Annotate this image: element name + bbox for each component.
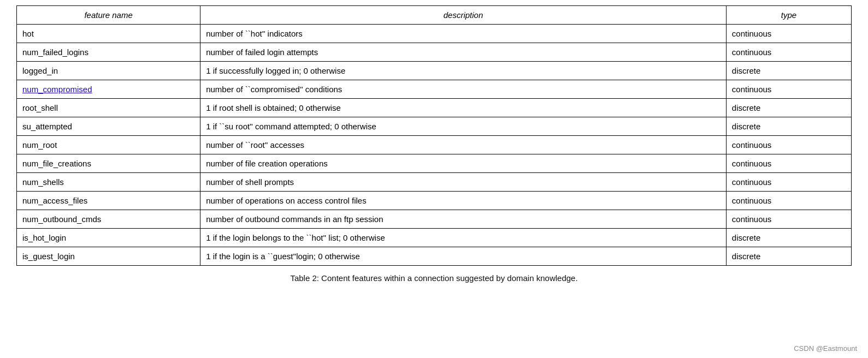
header-type: type <box>726 6 851 25</box>
cell-type: continuous <box>726 154 851 173</box>
cell-type: continuous <box>726 210 851 229</box>
table-row: root_shell1 if root shell is obtained; 0… <box>17 99 852 117</box>
table-row: num_file_creationsnumber of file creatio… <box>17 154 852 173</box>
table-row: su_attempted1 if ``su root'' command att… <box>17 117 852 136</box>
table-row: num_access_filesnumber of operations on … <box>17 192 852 210</box>
cell-type: discrete <box>726 229 851 247</box>
cell-feature-name: is_hot_login <box>17 229 200 247</box>
cell-description: number of ``compromised'' conditions <box>200 80 727 99</box>
cell-description: number of ``root'' accesses <box>200 136 727 154</box>
table-header-row: feature name description type <box>17 6 852 25</box>
cell-description: number of outbound commands in an ftp se… <box>200 210 727 229</box>
cell-type: continuous <box>726 136 851 154</box>
table-row: num_failed_loginsnumber of failed login … <box>17 43 852 62</box>
cell-type: continuous <box>726 173 851 192</box>
cell-type: continuous <box>726 192 851 210</box>
cell-description: 1 if successfully logged in; 0 otherwise <box>200 62 727 80</box>
header-description: description <box>200 6 727 25</box>
cell-description: number of file creation operations <box>200 154 727 173</box>
table-caption: Table 2: Content features within a conne… <box>16 273 852 283</box>
table-row: num_outbound_cmdsnumber of outbound comm… <box>17 210 852 229</box>
cell-type: continuous <box>726 80 851 99</box>
header-feature-name: feature name <box>17 6 200 25</box>
cell-description: number of failed login attempts <box>200 43 727 62</box>
cell-feature-name: is_guest_login <box>17 247 200 266</box>
cell-feature-name: num_file_creations <box>17 154 200 173</box>
cell-feature-name: num_shells <box>17 173 200 192</box>
cell-feature-name: num_compromised <box>17 80 200 99</box>
table-row: num_rootnumber of ``root'' accessesconti… <box>17 136 852 154</box>
cell-description: number of operations on access control f… <box>200 192 727 210</box>
cell-feature-name: su_attempted <box>17 117 200 136</box>
watermark-text: CSDN @Eastmount <box>794 344 857 353</box>
cell-feature-name: num_access_files <box>17 192 200 210</box>
table-row: is_hot_login1 if the login belongs to th… <box>17 229 852 247</box>
cell-feature-name: num_root <box>17 136 200 154</box>
cell-type: discrete <box>726 62 851 80</box>
feature-link[interactable]: num_compromised <box>22 85 92 94</box>
cell-feature-name: root_shell <box>17 99 200 117</box>
cell-type: discrete <box>726 117 851 136</box>
cell-description: 1 if ``su root'' command attempted; 0 ot… <box>200 117 727 136</box>
cell-type: continuous <box>726 43 851 62</box>
table-row: num_shellsnumber of shell promptscontinu… <box>17 173 852 192</box>
table-row: logged_in1 if successfully logged in; 0 … <box>17 62 852 80</box>
cell-feature-name: num_failed_logins <box>17 43 200 62</box>
table-row: hotnumber of ``hot'' indicatorscontinuou… <box>17 25 852 43</box>
cell-description: 1 if root shell is obtained; 0 otherwise <box>200 99 727 117</box>
cell-type: discrete <box>726 247 851 266</box>
cell-feature-name: hot <box>17 25 200 43</box>
cell-description: 1 if the login is a ``guest''login; 0 ot… <box>200 247 727 266</box>
features-table: feature name description type hotnumber … <box>16 5 852 266</box>
table-row: is_guest_login1 if the login is a ``gues… <box>17 247 852 266</box>
cell-feature-name: num_outbound_cmds <box>17 210 200 229</box>
cell-description: 1 if the login belongs to the ``hot'' li… <box>200 229 727 247</box>
cell-description: number of shell prompts <box>200 173 727 192</box>
cell-type: continuous <box>726 25 851 43</box>
cell-description: number of ``hot'' indicators <box>200 25 727 43</box>
cell-feature-name: logged_in <box>17 62 200 80</box>
table-row: num_compromisednumber of ``compromised''… <box>17 80 852 99</box>
cell-type: discrete <box>726 99 851 117</box>
